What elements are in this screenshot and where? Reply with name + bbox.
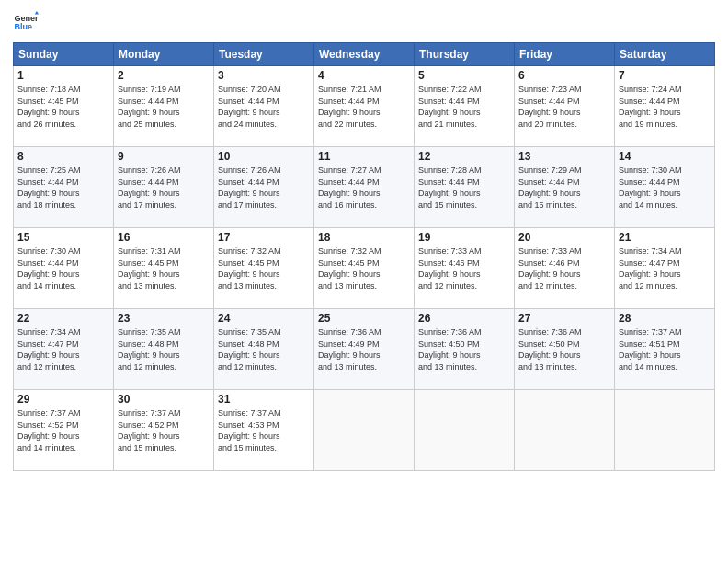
calendar-cell: 18Sunrise: 7:32 AM Sunset: 4:45 PM Dayli…	[314, 228, 415, 309]
calendar-cell: 14Sunrise: 7:30 AM Sunset: 4:44 PM Dayli…	[615, 147, 715, 228]
calendar-cell: 22Sunrise: 7:34 AM Sunset: 4:47 PM Dayli…	[14, 309, 114, 390]
svg-text:Blue: Blue	[14, 22, 32, 31]
calendar-cell: 12Sunrise: 7:28 AM Sunset: 4:44 PM Dayli…	[415, 147, 515, 228]
day-info: Sunrise: 7:34 AM Sunset: 4:47 PM Dayligh…	[17, 327, 109, 373]
day-number: 20	[518, 231, 610, 244]
calendar-cell: 2Sunrise: 7:19 AM Sunset: 4:44 PM Daylig…	[114, 66, 214, 147]
weekday-header-sunday: Sunday	[14, 43, 114, 66]
day-info: Sunrise: 7:30 AM Sunset: 4:44 PM Dayligh…	[619, 165, 711, 211]
weekday-header-row: SundayMondayTuesdayWednesdayThursdayFrid…	[14, 43, 715, 66]
day-info: Sunrise: 7:36 AM Sunset: 4:50 PM Dayligh…	[418, 327, 510, 373]
calendar-week-4: 22Sunrise: 7:34 AM Sunset: 4:47 PM Dayli…	[14, 309, 715, 390]
calendar-cell: 31Sunrise: 7:37 AM Sunset: 4:53 PM Dayli…	[214, 390, 314, 471]
calendar-cell: 7Sunrise: 7:24 AM Sunset: 4:44 PM Daylig…	[615, 66, 715, 147]
calendar-week-3: 15Sunrise: 7:30 AM Sunset: 4:44 PM Dayli…	[14, 228, 715, 309]
day-info: Sunrise: 7:37 AM Sunset: 4:53 PM Dayligh…	[218, 408, 310, 454]
calendar-cell: 10Sunrise: 7:26 AM Sunset: 4:44 PM Dayli…	[214, 147, 314, 228]
main-container: General Blue SundayMondayTuesdayWednesda…	[0, 0, 728, 480]
calendar-cell: 26Sunrise: 7:36 AM Sunset: 4:50 PM Dayli…	[415, 309, 515, 390]
calendar-cell: 25Sunrise: 7:36 AM Sunset: 4:49 PM Dayli…	[314, 309, 415, 390]
day-number: 13	[518, 150, 610, 163]
calendar-cell: 5Sunrise: 7:22 AM Sunset: 4:44 PM Daylig…	[415, 66, 515, 147]
day-info: Sunrise: 7:20 AM Sunset: 4:44 PM Dayligh…	[218, 84, 310, 130]
calendar-cell	[515, 390, 615, 471]
calendar-cell: 20Sunrise: 7:33 AM Sunset: 4:46 PM Dayli…	[515, 228, 615, 309]
day-info: Sunrise: 7:22 AM Sunset: 4:44 PM Dayligh…	[418, 84, 510, 130]
calendar-cell: 4Sunrise: 7:21 AM Sunset: 4:44 PM Daylig…	[314, 66, 415, 147]
day-number: 26	[418, 312, 510, 325]
day-info: Sunrise: 7:30 AM Sunset: 4:44 PM Dayligh…	[17, 246, 109, 292]
day-info: Sunrise: 7:24 AM Sunset: 4:44 PM Dayligh…	[619, 84, 711, 130]
calendar-cell: 19Sunrise: 7:33 AM Sunset: 4:46 PM Dayli…	[415, 228, 515, 309]
weekday-header-friday: Friday	[515, 43, 615, 66]
day-number: 10	[218, 150, 310, 163]
day-info: Sunrise: 7:19 AM Sunset: 4:44 PM Dayligh…	[118, 84, 210, 130]
day-info: Sunrise: 7:26 AM Sunset: 4:44 PM Dayligh…	[118, 165, 210, 211]
calendar-cell: 8Sunrise: 7:25 AM Sunset: 4:44 PM Daylig…	[14, 147, 114, 228]
day-number: 12	[418, 150, 510, 163]
day-info: Sunrise: 7:27 AM Sunset: 4:44 PM Dayligh…	[318, 165, 410, 211]
calendar-cell: 3Sunrise: 7:20 AM Sunset: 4:44 PM Daylig…	[214, 66, 314, 147]
weekday-header-thursday: Thursday	[415, 43, 515, 66]
weekday-header-wednesday: Wednesday	[314, 43, 415, 66]
day-info: Sunrise: 7:25 AM Sunset: 4:44 PM Dayligh…	[17, 165, 109, 211]
calendar-week-5: 29Sunrise: 7:37 AM Sunset: 4:52 PM Dayli…	[14, 390, 715, 471]
day-number: 9	[118, 150, 210, 163]
day-info: Sunrise: 7:37 AM Sunset: 4:51 PM Dayligh…	[619, 327, 711, 373]
calendar-cell: 6Sunrise: 7:23 AM Sunset: 4:44 PM Daylig…	[515, 66, 615, 147]
day-info: Sunrise: 7:36 AM Sunset: 4:49 PM Dayligh…	[318, 327, 410, 373]
calendar-cell: 13Sunrise: 7:29 AM Sunset: 4:44 PM Dayli…	[515, 147, 615, 228]
day-number: 29	[17, 393, 109, 406]
day-info: Sunrise: 7:28 AM Sunset: 4:44 PM Dayligh…	[418, 165, 510, 211]
day-info: Sunrise: 7:21 AM Sunset: 4:44 PM Dayligh…	[318, 84, 410, 130]
day-info: Sunrise: 7:35 AM Sunset: 4:48 PM Dayligh…	[218, 327, 310, 373]
day-number: 5	[418, 69, 510, 82]
calendar-cell	[615, 390, 715, 471]
day-info: Sunrise: 7:18 AM Sunset: 4:45 PM Dayligh…	[17, 84, 109, 130]
calendar-cell: 9Sunrise: 7:26 AM Sunset: 4:44 PM Daylig…	[114, 147, 214, 228]
day-info: Sunrise: 7:34 AM Sunset: 4:47 PM Dayligh…	[619, 246, 711, 292]
day-info: Sunrise: 7:33 AM Sunset: 4:46 PM Dayligh…	[518, 246, 610, 292]
calendar-cell: 24Sunrise: 7:35 AM Sunset: 4:48 PM Dayli…	[214, 309, 314, 390]
day-info: Sunrise: 7:29 AM Sunset: 4:44 PM Dayligh…	[518, 165, 610, 211]
calendar-cell: 11Sunrise: 7:27 AM Sunset: 4:44 PM Dayli…	[314, 147, 415, 228]
day-info: Sunrise: 7:36 AM Sunset: 4:50 PM Dayligh…	[518, 327, 610, 373]
calendar-cell: 27Sunrise: 7:36 AM Sunset: 4:50 PM Dayli…	[515, 309, 615, 390]
day-number: 8	[17, 150, 109, 163]
day-info: Sunrise: 7:23 AM Sunset: 4:44 PM Dayligh…	[518, 84, 610, 130]
day-number: 18	[318, 231, 410, 244]
day-info: Sunrise: 7:33 AM Sunset: 4:46 PM Dayligh…	[418, 246, 510, 292]
day-number: 7	[619, 69, 711, 82]
day-number: 23	[118, 312, 210, 325]
day-number: 30	[118, 393, 210, 406]
calendar-cell: 30Sunrise: 7:37 AM Sunset: 4:52 PM Dayli…	[114, 390, 214, 471]
calendar-week-1: 1Sunrise: 7:18 AM Sunset: 4:45 PM Daylig…	[14, 66, 715, 147]
calendar-cell: 21Sunrise: 7:34 AM Sunset: 4:47 PM Dayli…	[615, 228, 715, 309]
calendar-cell	[314, 390, 415, 471]
day-info: Sunrise: 7:26 AM Sunset: 4:44 PM Dayligh…	[218, 165, 310, 211]
day-info: Sunrise: 7:37 AM Sunset: 4:52 PM Dayligh…	[17, 408, 109, 454]
day-info: Sunrise: 7:37 AM Sunset: 4:52 PM Dayligh…	[118, 408, 210, 454]
day-number: 25	[318, 312, 410, 325]
day-info: Sunrise: 7:32 AM Sunset: 4:45 PM Dayligh…	[218, 246, 310, 292]
day-number: 15	[17, 231, 109, 244]
day-number: 2	[118, 69, 210, 82]
day-number: 22	[17, 312, 109, 325]
svg-marker-2	[35, 11, 39, 15]
day-info: Sunrise: 7:35 AM Sunset: 4:48 PM Dayligh…	[118, 327, 210, 373]
calendar-cell: 29Sunrise: 7:37 AM Sunset: 4:52 PM Dayli…	[14, 390, 114, 471]
calendar-cell: 16Sunrise: 7:31 AM Sunset: 4:45 PM Dayli…	[114, 228, 214, 309]
day-number: 11	[318, 150, 410, 163]
day-number: 24	[218, 312, 310, 325]
weekday-header-tuesday: Tuesday	[214, 43, 314, 66]
header: General Blue	[13, 9, 715, 35]
calendar-table: SundayMondayTuesdayWednesdayThursdayFrid…	[13, 42, 715, 471]
weekday-header-monday: Monday	[114, 43, 214, 66]
day-number: 16	[118, 231, 210, 244]
calendar-cell: 28Sunrise: 7:37 AM Sunset: 4:51 PM Dayli…	[615, 309, 715, 390]
day-number: 21	[619, 231, 711, 244]
calendar-cell: 23Sunrise: 7:35 AM Sunset: 4:48 PM Dayli…	[114, 309, 214, 390]
day-number: 6	[518, 69, 610, 82]
day-number: 31	[218, 393, 310, 406]
calendar-week-2: 8Sunrise: 7:25 AM Sunset: 4:44 PM Daylig…	[14, 147, 715, 228]
